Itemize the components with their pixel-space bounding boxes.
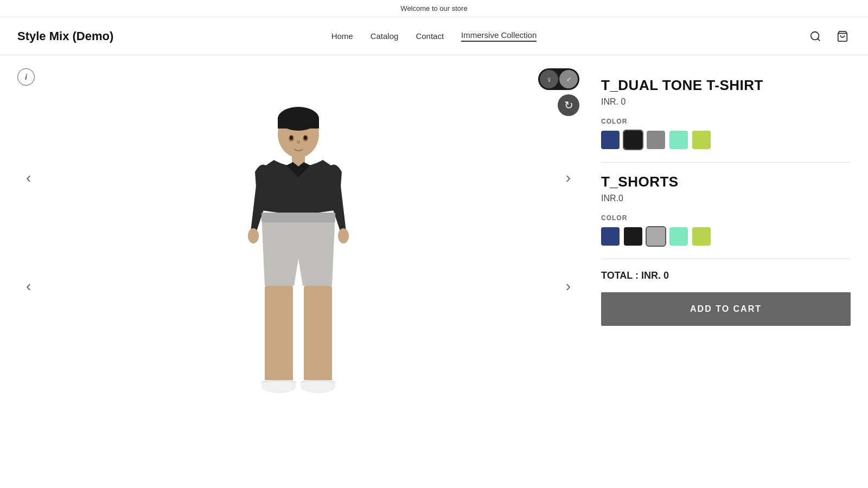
announcement-text: Welcome to our store	[400, 4, 467, 12]
tshirt-section: T_DUAL TONE T-SHIRT INR. 0 COLOR	[601, 77, 851, 149]
left-chevron-icon-2: ‹	[26, 278, 31, 294]
svg-rect-9	[261, 213, 335, 222]
svg-rect-10	[265, 286, 293, 383]
bottom-nav-arrows: ‹ ›	[17, 274, 579, 298]
total-label: TOTAL : INR. 0	[601, 270, 851, 281]
header: Style Mix (Demo) Home Catalog Contact Im…	[0, 17, 868, 55]
bottom-prev-button[interactable]: ‹	[22, 274, 35, 298]
svg-rect-11	[304, 286, 332, 383]
tshirt-color-swatches	[601, 131, 851, 149]
shorts-title: T_SHORTS	[601, 174, 851, 190]
shorts-color-lime[interactable]	[692, 227, 711, 246]
svg-line-1	[818, 38, 820, 41]
nav-home[interactable]: Home	[331, 31, 353, 41]
avatar-svg	[228, 101, 369, 438]
svg-point-8	[338, 228, 349, 243]
add-to-cart-button[interactable]: ADD TO CART	[601, 292, 851, 326]
viewer-section: i ♀ ♂ ↻ ‹ ›	[17, 68, 579, 471]
main-content: i ♀ ♂ ↻ ‹ ›	[0, 55, 868, 484]
shorts-section: T_SHORTS INR.0 COLOR	[601, 174, 851, 246]
left-chevron-icon: ‹	[26, 169, 31, 186]
tshirt-color-navy[interactable]	[601, 131, 620, 149]
bottom-next-button[interactable]: ›	[561, 274, 575, 298]
top-next-button[interactable]: ›	[561, 166, 575, 190]
right-chevron-icon-2: ›	[566, 278, 571, 294]
shorts-price: INR.0	[601, 194, 851, 203]
tshirt-title: T_DUAL TONE T-SHIRT	[601, 77, 851, 94]
top-nav-arrows: ‹ ›	[17, 166, 579, 190]
shorts-color-label: COLOR	[601, 214, 851, 222]
shorts-color-swatches	[601, 227, 851, 246]
search-button[interactable]	[807, 28, 824, 44]
shorts-color-black[interactable]	[624, 227, 642, 246]
main-nav: Home Catalog Contact Immersive Collectio…	[126, 30, 742, 42]
announcement-bar: Welcome to our store	[0, 0, 868, 17]
tshirt-price: INR. 0	[601, 97, 851, 107]
section-divider-1	[601, 162, 851, 163]
search-icon	[809, 30, 821, 42]
site-logo[interactable]: Style Mix (Demo)	[17, 29, 126, 43]
nav-immersive-collection[interactable]: Immersive Collection	[461, 30, 537, 42]
svg-point-7	[248, 228, 259, 243]
tshirt-color-label: COLOR	[601, 118, 851, 125]
tshirt-color-lime[interactable]	[692, 131, 711, 149]
right-chevron-icon: ›	[566, 169, 571, 186]
svg-point-19	[304, 136, 307, 140]
shorts-color-navy[interactable]	[601, 227, 620, 246]
shorts-color-mint[interactable]	[669, 227, 688, 246]
tshirt-color-mint[interactable]	[669, 131, 688, 149]
model-figure	[222, 101, 374, 438]
header-icons	[742, 28, 851, 44]
model-container: ‹ › ‹ ›	[17, 68, 579, 471]
svg-point-18	[290, 136, 293, 140]
product-panel: T_DUAL TONE T-SHIRT INR. 0 COLOR T_SHORT…	[601, 68, 851, 471]
svg-rect-5	[278, 118, 319, 129]
tshirt-color-black[interactable]	[624, 131, 642, 149]
section-divider-2	[601, 259, 851, 259]
top-prev-button[interactable]: ‹	[22, 166, 35, 190]
cart-button[interactable]	[834, 28, 851, 44]
svg-point-0	[811, 31, 819, 40]
nav-contact[interactable]: Contact	[416, 31, 444, 41]
cart-icon	[837, 30, 848, 42]
shorts-color-gray[interactable]	[647, 227, 665, 246]
nav-catalog[interactable]: Catalog	[371, 31, 399, 41]
tshirt-color-gray[interactable]	[647, 131, 665, 149]
